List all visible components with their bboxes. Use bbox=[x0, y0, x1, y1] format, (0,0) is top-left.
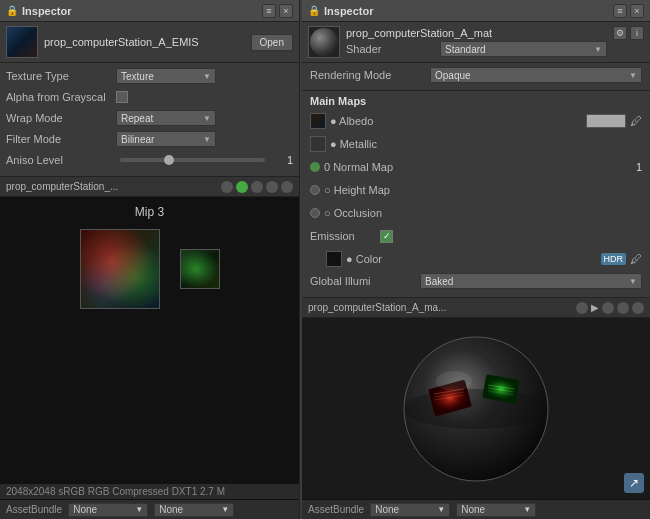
left-open-button[interactable]: Open bbox=[251, 34, 293, 51]
occlusion-dot bbox=[310, 208, 320, 218]
right-header-icons: ≡ × bbox=[613, 4, 644, 18]
normal-map-row: 0 Normal Map 1 bbox=[310, 157, 642, 177]
main-maps-title: Main Maps bbox=[310, 95, 642, 107]
rendering-mode-row: Rendering Mode Opaque ▼ bbox=[310, 67, 642, 83]
left-ab-variant-value: None bbox=[159, 504, 183, 515]
left-preview-dot5[interactable] bbox=[281, 181, 293, 193]
right-asset-info: prop_computerStation_A_mat Shader Standa… bbox=[346, 27, 607, 57]
left-ab-value: None bbox=[73, 504, 97, 515]
shader-row: Shader Standard ▼ bbox=[346, 41, 607, 57]
rendering-mode-label: Rendering Mode bbox=[310, 69, 430, 81]
emission-label: Emission bbox=[310, 230, 380, 242]
aniso-slider-thumb[interactable] bbox=[164, 155, 174, 165]
aniso-level-label: Aniso Level bbox=[6, 154, 116, 166]
alpha-grayscale-label: Alpha from Grayscal bbox=[6, 91, 116, 103]
right-inspector-header: 🔒 Inspector ≡ × bbox=[302, 0, 650, 22]
wrap-mode-dropdown-value: Repeat bbox=[121, 113, 153, 124]
hdr-badge[interactable]: HDR bbox=[601, 253, 627, 265]
left-preview-header: prop_computerStation_... bbox=[0, 177, 299, 197]
normal-map-value: 1 bbox=[622, 161, 642, 173]
right-info-button[interactable]: i bbox=[630, 26, 644, 40]
filter-mode-value-container: Bilinear ▼ bbox=[116, 131, 293, 147]
left-preview-canvas: Mip 3 bbox=[0, 197, 299, 483]
right-ab-value: None bbox=[375, 504, 399, 515]
left-menu-button[interactable]: ≡ bbox=[262, 4, 276, 18]
right-ctrl-dot1[interactable] bbox=[576, 302, 588, 314]
metallic-row: ● Metallic bbox=[310, 134, 642, 154]
aniso-slider-track[interactable] bbox=[120, 158, 265, 162]
albedo-label: ● Albedo bbox=[330, 115, 586, 127]
right-assetbundle-row: AssetBundle None ▼ None ▼ bbox=[302, 499, 650, 519]
emission-checkmark: ✓ bbox=[383, 231, 391, 241]
right-asset-icons: ⚙ i bbox=[613, 26, 644, 40]
left-status-bar: 2048x2048 sRGB RGB Compressed DXT1 2.7 M bbox=[0, 483, 299, 499]
right-play-icon[interactable]: ▶ bbox=[591, 302, 599, 313]
left-ab-variant-dropdown[interactable]: None ▼ bbox=[154, 503, 234, 517]
right-content: prop_computerStation_A_mat Shader Standa… bbox=[302, 22, 650, 519]
sphere-canvas: ↗ bbox=[302, 318, 650, 499]
color-eyedropper-icon[interactable]: 🖊 bbox=[630, 252, 642, 266]
right-corner-icon[interactable]: ↗ bbox=[624, 473, 644, 493]
color-label: ● Color bbox=[346, 253, 601, 265]
global-illum-value: Baked bbox=[425, 276, 453, 287]
aniso-level-value: 1 bbox=[273, 154, 293, 166]
albedo-color-box[interactable] bbox=[586, 114, 626, 128]
left-preview-dot2[interactable] bbox=[236, 181, 248, 193]
right-ctrl-dot4[interactable] bbox=[632, 302, 644, 314]
rendering-mode-dropdown[interactable]: Opaque ▼ bbox=[430, 67, 642, 83]
right-ab-arrow: ▼ bbox=[437, 505, 445, 514]
metallic-label: ● Metallic bbox=[330, 138, 642, 150]
right-close-button[interactable]: × bbox=[630, 4, 644, 18]
texture-type-dropdown[interactable]: Texture ▼ bbox=[116, 68, 216, 84]
left-preview-controls bbox=[221, 181, 293, 193]
right-menu-button[interactable]: ≡ bbox=[613, 4, 627, 18]
left-asset-row: prop_computerStation_A_EMIS Open bbox=[0, 22, 299, 63]
height-map-dot bbox=[310, 185, 320, 195]
right-asset-name: prop_computerStation_A_mat bbox=[346, 27, 607, 39]
left-ab-label: AssetBundle bbox=[6, 504, 62, 515]
texture-type-label: Texture Type bbox=[6, 70, 116, 82]
right-ctrl-dot2[interactable] bbox=[602, 302, 614, 314]
left-asset-name: prop_computerStation_A_EMIS bbox=[44, 36, 245, 48]
right-ab-variant-dropdown[interactable]: None ▼ bbox=[456, 503, 536, 517]
left-assetbundle-row: AssetBundle None ▼ None ▼ bbox=[0, 499, 299, 519]
left-properties-area: Texture Type Texture ▼ Alpha from Graysc… bbox=[0, 63, 299, 177]
texture-type-value-container: Texture ▼ bbox=[116, 68, 293, 84]
svg-point-13 bbox=[436, 371, 472, 391]
albedo-eyedropper-icon[interactable]: 🖊 bbox=[630, 114, 642, 128]
alpha-grayscale-checkbox[interactable] bbox=[116, 91, 128, 103]
color-row: ● Color HDR 🖊 bbox=[310, 249, 642, 269]
shader-dropdown[interactable]: Standard ▼ bbox=[440, 41, 607, 57]
right-lock-icon[interactable]: 🔒 bbox=[308, 5, 320, 16]
height-map-row: ○ Height Map bbox=[310, 180, 642, 200]
mip-label: Mip 3 bbox=[135, 205, 164, 219]
right-ab-variant-value: None bbox=[461, 504, 485, 515]
filter-mode-dropdown[interactable]: Bilinear ▼ bbox=[116, 131, 216, 147]
left-preview-title: prop_computerStation_... bbox=[6, 181, 118, 192]
right-ctrl-dot3[interactable] bbox=[617, 302, 629, 314]
rendering-mode-value: Opaque bbox=[435, 70, 471, 81]
left-ab-dropdown[interactable]: None ▼ bbox=[68, 503, 148, 517]
emission-checkbox[interactable]: ✓ bbox=[380, 230, 393, 243]
global-illum-dropdown[interactable]: Baked ▼ bbox=[420, 273, 642, 289]
alpha-grayscale-row: Alpha from Grayscal bbox=[6, 88, 293, 106]
left-preview-dot3[interactable] bbox=[251, 181, 263, 193]
right-ab-dropdown[interactable]: None ▼ bbox=[370, 503, 450, 517]
left-close-button[interactable]: × bbox=[279, 4, 293, 18]
filter-mode-row: Filter Mode Bilinear ▼ bbox=[6, 130, 293, 148]
texture-type-row: Texture Type Texture ▼ bbox=[6, 67, 293, 85]
filter-mode-dropdown-value: Bilinear bbox=[121, 134, 154, 145]
right-settings-button[interactable]: ⚙ bbox=[613, 26, 627, 40]
normal-map-label: 0 Normal Map bbox=[324, 161, 622, 173]
wrap-mode-dropdown[interactable]: Repeat ▼ bbox=[116, 110, 216, 126]
left-header-left: 🔒 Inspector bbox=[6, 5, 72, 17]
wrap-mode-label: Wrap Mode bbox=[6, 112, 116, 124]
filter-mode-label: Filter Mode bbox=[6, 133, 116, 145]
metallic-thumb bbox=[310, 136, 326, 152]
left-asset-thumbnail bbox=[6, 26, 38, 58]
left-preview-dot1[interactable] bbox=[221, 181, 233, 193]
shader-label: Shader bbox=[346, 43, 436, 55]
left-lock-icon[interactable]: 🔒 bbox=[6, 5, 18, 16]
left-asset-thumb-img bbox=[7, 27, 37, 57]
left-preview-dot4[interactable] bbox=[266, 181, 278, 193]
